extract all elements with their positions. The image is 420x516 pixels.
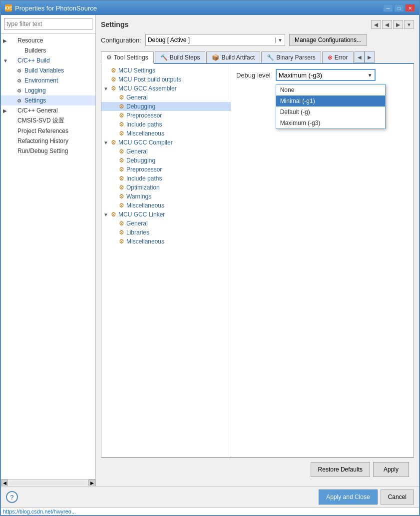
tree-asm-include[interactable]: ⚙ Include paths xyxy=(101,120,231,129)
sidebar-item-cmsis[interactable]: CMSIS-SVD 设置 xyxy=(1,116,95,126)
icon-asm-inc: ⚙ xyxy=(117,120,125,128)
settings-header: Settings ◀ ◀ ▶ ▼ xyxy=(101,20,414,29)
tab-icon-artifact: 📦 xyxy=(212,54,219,61)
tree-comp-optimization[interactable]: ⚙ Optimization xyxy=(101,183,231,192)
label-link-misc: Miscellaneous xyxy=(126,238,164,245)
sidebar-item-environment[interactable]: ⚙ Environment xyxy=(1,76,95,86)
scroll-left-btn[interactable]: ◀ xyxy=(1,480,8,486)
debug-level-label: Debug level xyxy=(236,72,271,79)
debug-dropdown-arrow: ▼ xyxy=(368,72,373,78)
label-comp-opt: Optimization xyxy=(126,184,160,191)
tab-binary-parsers[interactable]: 🔧 Binary Parsers xyxy=(261,52,321,63)
label-comp-inc: Include paths xyxy=(126,175,162,182)
exp-linker: ▼ xyxy=(103,212,109,218)
tree-asm-misc[interactable]: ⚙ Miscellaneous xyxy=(101,129,231,138)
sidebar-label-cpp: C/C++ Build xyxy=(17,57,50,64)
tree-link-general[interactable]: ⚙ General xyxy=(101,219,231,228)
apply-button[interactable]: Apply xyxy=(373,462,409,477)
scroll-right-btn[interactable]: ▶ xyxy=(88,480,95,486)
tab-icon-build: 🔨 xyxy=(160,54,168,61)
exp-compiler: ▼ xyxy=(103,140,109,146)
icon-link-misc: ⚙ xyxy=(117,238,125,246)
tree-asm-preprocessor[interactable]: ⚙ Preprocessor xyxy=(101,111,231,120)
apply-and-close-button[interactable]: Apply and Close xyxy=(319,490,377,504)
tab-error[interactable]: ⊗ Error xyxy=(322,52,354,63)
tree-comp-include[interactable]: ⚙ Include paths xyxy=(101,174,231,183)
back-button2[interactable]: ◀ xyxy=(382,20,392,29)
sidebar-item-builders[interactable]: Builders xyxy=(1,46,95,56)
debug-dropdown-popup: None Minimal (-g1) Default (-g) Maximum … xyxy=(276,84,386,129)
sidebar-item-cpp-general[interactable]: ▶ C/C++ General xyxy=(1,106,95,116)
maximize-button[interactable]: □ xyxy=(394,4,404,12)
debug-select-container: Maximum (-g3) ▼ None Minimal (-g1) Defau… xyxy=(276,69,376,81)
icon-asm-gen: ⚙ xyxy=(117,94,125,102)
tree-comp-misc[interactable]: ⚙ Miscellaneous xyxy=(101,201,231,210)
debug-select-btn[interactable]: Maximum (-g3) ▼ xyxy=(276,69,376,81)
tabs-container: ⚙ Tool Settings 🔨 Build Steps 📦 Build Ar… xyxy=(101,51,414,64)
icon-assembler: ⚙ xyxy=(109,84,117,92)
footer-bar: ? Apply and Close Cancel xyxy=(1,486,419,508)
tree-asm-debugging[interactable]: ⚙ Debugging xyxy=(101,102,231,111)
config-select[interactable]: Debug [ Active ] ▼ xyxy=(145,34,285,46)
sidebar-item-build-variables[interactable]: ⚙ Build Variables xyxy=(1,66,95,76)
tree-link-libraries[interactable]: ⚙ Libraries xyxy=(101,228,231,237)
sidebar-item-rundebug[interactable]: Run/Debug Setting xyxy=(1,146,95,156)
expand-arrow-resource: ▶ xyxy=(3,38,8,44)
tree-asm-general[interactable]: ⚙ General xyxy=(101,93,231,102)
icon-cmsis xyxy=(8,117,16,125)
label-link-lib: Libraries xyxy=(126,229,149,236)
label-asm-gen: General xyxy=(126,94,148,101)
close-button[interactable]: ✕ xyxy=(405,4,415,12)
sidebar-item-cpp-build[interactable]: ▼ C/C++ Build xyxy=(1,56,95,66)
cancel-button[interactable]: Cancel xyxy=(381,490,414,504)
tree-mcu-gcc-compiler[interactable]: ▼ ⚙ MCU GCC Compiler xyxy=(101,138,231,147)
sidebar-item-settings[interactable]: ⚙ Settings xyxy=(1,96,95,106)
minimize-button[interactable]: ─ xyxy=(383,4,393,12)
tree-comp-debugging[interactable]: ⚙ Debugging xyxy=(101,156,231,165)
sidebar-label-rundebug: Run/Debug Setting xyxy=(17,148,68,154)
debug-value: Maximum (-g3) xyxy=(279,72,322,79)
tab-build-steps[interactable]: 🔨 Build Steps xyxy=(155,52,206,63)
search-input[interactable] xyxy=(4,18,92,30)
panel-content: ⚙ MCU Settings ⚙ MCU Post build outputs … xyxy=(101,64,414,458)
settings-title: Settings xyxy=(101,20,128,28)
dropdown-option-minimal[interactable]: Minimal (-g1) xyxy=(276,96,385,106)
search-box xyxy=(1,15,95,34)
sidebar-item-resource[interactable]: ▶ Resource xyxy=(1,36,95,46)
tab-label-build: Build Steps xyxy=(170,54,200,61)
tree-mcu-gcc-assembler[interactable]: ▼ ⚙ MCU GCC Assembler xyxy=(101,84,231,93)
tab-label-binary: Binary Parsers xyxy=(276,54,316,61)
title-bar: IDE Properties for PhotonSource ─ □ ✕ xyxy=(1,1,419,15)
dropdown-option-none[interactable]: None xyxy=(276,84,385,96)
tree-comp-warnings[interactable]: ⚙ Warnings xyxy=(101,192,231,201)
help-button[interactable]: ? xyxy=(6,491,18,503)
back-button[interactable]: ◀ xyxy=(371,20,381,29)
label-asm-misc: Miscellaneous xyxy=(126,130,164,137)
icon-asm-misc: ⚙ xyxy=(117,130,125,138)
dropdown-option-maximum[interactable]: Maximum (-g3) xyxy=(276,118,385,128)
tab-scroll-left[interactable]: ◀ xyxy=(355,51,365,63)
tab-build-artifact[interactable]: 📦 Build Artifact xyxy=(206,52,260,63)
sidebar-item-logging[interactable]: ⚙ Logging xyxy=(1,86,95,96)
label-compiler: MCU GCC Compiler xyxy=(118,139,173,146)
sidebar-item-refactoring[interactable]: Refactoring History xyxy=(1,136,95,146)
tab-tool-settings[interactable]: ⚙ Tool Settings xyxy=(101,52,154,64)
label-linker: MCU GCC Linker xyxy=(118,211,165,218)
tree-link-misc[interactable]: ⚙ Miscellaneous xyxy=(101,237,231,246)
folder-icon-cg xyxy=(8,106,16,114)
label-comp-warn: Warnings xyxy=(126,193,151,200)
tree-mcu-post-build[interactable]: ⚙ MCU Post build outputs xyxy=(101,75,231,84)
tab-scroll-right[interactable]: ▶ xyxy=(365,51,375,63)
tab-icon-error: ⊗ xyxy=(328,54,333,61)
restore-defaults-button[interactable]: Restore Defaults xyxy=(311,462,370,477)
tree-mcu-gcc-linker[interactable]: ▼ ⚙ MCU GCC Linker xyxy=(101,210,231,219)
sidebar-item-project-refs[interactable]: Project References xyxy=(1,126,95,136)
forward-button[interactable]: ▶ xyxy=(393,20,403,29)
menu-button[interactable]: ▼ xyxy=(404,20,414,29)
url-bar: https://blog.csdn.net/hwyreo... xyxy=(1,508,419,515)
tree-comp-preprocessor[interactable]: ⚙ Preprocessor xyxy=(101,165,231,174)
tree-mcu-settings[interactable]: ⚙ MCU Settings xyxy=(101,66,231,75)
dropdown-option-default[interactable]: Default (-g) xyxy=(276,106,385,118)
manage-configurations-button[interactable]: Manage Configurations... xyxy=(289,34,367,46)
tree-comp-general[interactable]: ⚙ General xyxy=(101,147,231,156)
